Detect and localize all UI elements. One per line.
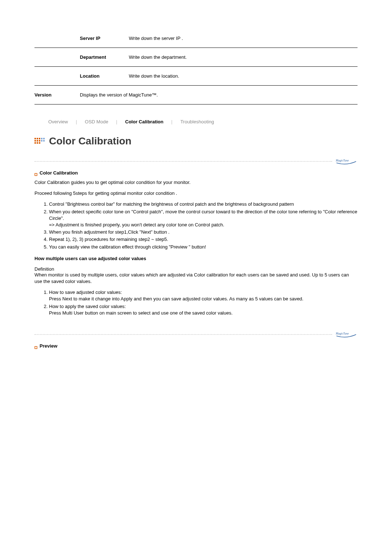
subheading-color-calibration-text: Color Calibration xyxy=(40,170,78,176)
desc-server-ip: Write down the server IP . xyxy=(129,29,358,48)
list-item: You can easily view the calibration effe… xyxy=(49,244,358,250)
info-row-location: Location Write down the location. xyxy=(34,67,358,86)
info-row-server-ip: Server IP Write down the server IP . xyxy=(34,29,358,48)
svg-rect-12 xyxy=(43,140,45,141)
section-title: Color Calibration xyxy=(49,135,131,147)
svg-rect-9 xyxy=(41,138,42,139)
svg-rect-6 xyxy=(34,142,36,144)
svg-rect-16 xyxy=(35,346,37,349)
tab-separator: | xyxy=(116,119,117,124)
section-title-row: Color Calibration xyxy=(34,135,358,147)
svg-rect-5 xyxy=(39,140,40,141)
label-server-ip: Server IP xyxy=(80,29,129,48)
multi-users-steps-list: How to save adjusted color values: Press… xyxy=(34,289,358,316)
label-location: Location xyxy=(80,67,129,86)
tabs-row: Overview | OSD Mode | Color Calibration … xyxy=(34,119,358,124)
tab-separator: | xyxy=(76,119,77,124)
magictune-logo-icon: MagicTune xyxy=(336,331,358,338)
subheading-preview-text: Preview xyxy=(40,343,57,349)
svg-rect-4 xyxy=(37,140,38,141)
svg-rect-10 xyxy=(43,138,45,139)
multi-users-heading: How multiple users can use adjusted colo… xyxy=(34,255,358,262)
svg-rect-8 xyxy=(39,142,40,144)
list-item: How to apply the saved color values: Pre… xyxy=(49,303,358,316)
definition-text: When monitor is used by multiple users, … xyxy=(34,272,358,285)
svg-rect-11 xyxy=(41,140,42,141)
bullet-square-icon xyxy=(34,172,37,175)
grid-dots-icon xyxy=(34,137,45,145)
label-version: Version xyxy=(34,86,80,104)
desc-location: Write down the location. xyxy=(129,67,358,86)
list-item: When you finish adjustment for step1,Cli… xyxy=(49,229,358,235)
list-item: Control "Brightness control bar" for mat… xyxy=(49,201,358,208)
dotted-line xyxy=(34,161,332,162)
tab-osd-mode[interactable]: OSD Mode xyxy=(85,119,108,124)
divider-with-logo: MagicTune xyxy=(34,158,358,165)
tab-troubleshooting[interactable]: Troubleshooting xyxy=(180,119,214,124)
dotted-line xyxy=(34,334,332,335)
definition-label: Definition xyxy=(34,266,358,272)
label-department: Department xyxy=(80,48,129,67)
tab-separator: | xyxy=(171,119,172,124)
svg-text:MagicTune: MagicTune xyxy=(336,332,349,335)
magictune-logo-icon: MagicTune xyxy=(336,158,358,165)
svg-rect-7 xyxy=(37,142,38,144)
desc-version: Displays the version of MagicTune™. xyxy=(80,86,358,104)
subheading-preview: Preview xyxy=(34,343,358,349)
divider-with-logo: MagicTune xyxy=(34,331,358,338)
intro-text-2: Proceed following 5steps for getting opt… xyxy=(34,190,358,197)
tab-overview[interactable]: Overview xyxy=(48,119,68,124)
subheading-color-calibration: Color Calibration xyxy=(34,170,358,176)
bullet-square-icon xyxy=(34,345,37,348)
svg-rect-14 xyxy=(35,173,37,176)
list-item: Repeat 1), 2), 3) procedures for remaini… xyxy=(49,236,358,243)
desc-department: Write down the department. xyxy=(129,48,358,67)
svg-rect-3 xyxy=(34,140,36,141)
svg-rect-1 xyxy=(37,138,38,139)
info-row-department: Department Write down the department. xyxy=(34,48,358,67)
svg-rect-2 xyxy=(39,138,40,139)
info-row-version: Version Displays the version of MagicTun… xyxy=(34,86,358,104)
svg-rect-0 xyxy=(34,138,36,139)
svg-text:MagicTune: MagicTune xyxy=(336,159,349,162)
tab-color-calibration[interactable]: Color Calibration xyxy=(125,119,163,124)
list-item: How to save adjusted color values: Press… xyxy=(49,289,358,302)
list-item: When you detect specific color tone on "… xyxy=(49,209,358,229)
calibration-steps-list: Control "Brightness control bar" for mat… xyxy=(34,201,358,250)
info-table: Server IP Write down the server IP . Dep… xyxy=(34,29,358,104)
intro-text-1: Color Calibration guides you to get opti… xyxy=(34,179,358,186)
